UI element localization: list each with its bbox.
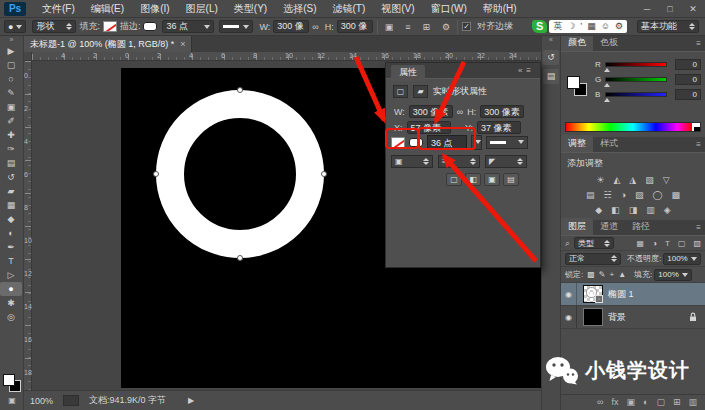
lock-option-icon[interactable]: + [610, 270, 615, 279]
ime-moon-icon[interactable]: ☽ [567, 20, 575, 33]
combine-shapes-button[interactable]: ▢ [446, 173, 462, 186]
tab-swatches[interactable]: 色板 [593, 34, 625, 51]
marquee-tool[interactable]: ▢ [0, 58, 22, 72]
channel-slider[interactable] [605, 77, 667, 82]
layer-style-icon[interactable]: fx [611, 397, 618, 407]
layer-group-icon[interactable]: ▢ [656, 397, 665, 407]
layer-filter-icon[interactable]: ▢ [678, 239, 686, 248]
live-rect-icon[interactable]: ▢ [393, 85, 408, 98]
panel-collapse-menu-icons[interactable]: «≡ [518, 66, 535, 75]
adjustment-layer-icon[interactable]: ◐ [643, 397, 648, 407]
blur-tool[interactable]: ◆ [0, 212, 22, 226]
close-button[interactable]: ✕ [686, 4, 700, 14]
crop-tool[interactable]: ▣ [0, 100, 22, 114]
lasso-tool[interactable]: ○ [0, 72, 22, 86]
new-layer-icon[interactable]: ⊞ [673, 397, 681, 407]
color-swatches[interactable] [3, 374, 21, 392]
shape-h-field[interactable]: 300 像素 [480, 105, 524, 118]
eye-icon[interactable]: ◉ [561, 306, 577, 328]
path-arrange-icon[interactable]: ⊞ [423, 22, 431, 32]
expand-dock-icon[interactable]: « [542, 36, 560, 46]
hand-tool[interactable]: ✱ [0, 296, 22, 310]
layer-thumbnail[interactable]: ◦ [583, 285, 603, 303]
adjustment-icon[interactable]: ▤ [586, 190, 595, 200]
history-brush-tool[interactable]: ↺ [0, 170, 22, 184]
color-spectrum-bar[interactable] [565, 122, 701, 132]
link-dimensions-icon[interactable]: ∞ [312, 22, 318, 32]
lock-option-icon[interactable]: ▩ [587, 270, 595, 279]
tab-styles[interactable]: 样式 [593, 135, 625, 152]
stroke-width-input[interactable]: 36 点 [162, 20, 214, 33]
tool-preset-picker[interactable]: ● [4, 20, 26, 33]
delete-layer-icon[interactable]: ▥ [688, 397, 697, 407]
path-selection-tool[interactable]: ▷ [0, 268, 22, 282]
adjustment-icon[interactable]: ☀ [596, 175, 604, 185]
foreground-color-swatch[interactable] [3, 374, 15, 386]
adjustment-icon[interactable]: ◆ [595, 205, 602, 215]
stroke-swatch[interactable] [409, 138, 423, 147]
stroke-type-select[interactable] [486, 136, 528, 149]
eraser-tool[interactable]: ▰ [0, 184, 22, 198]
adjustment-icon[interactable]: ▩ [672, 190, 681, 200]
collapse-toolbar-icon[interactable]: » [0, 36, 23, 44]
panel-menu-icon[interactable]: ≡ [696, 140, 701, 149]
quick-mask-button[interactable]: ▣ [1, 396, 23, 408]
ime-strip[interactable]: 英☽’▦☺⚙ [549, 20, 627, 33]
adjustment-icon[interactable]: ◭ [613, 175, 620, 185]
info-panel-icon[interactable]: ▤ [543, 69, 559, 84]
shape-height-input[interactable]: 300 像 [337, 20, 373, 33]
layer-row-background[interactable]: ◉ 背景 [561, 306, 705, 329]
menu-item-编辑[interactable]: 编辑(E) [83, 0, 132, 17]
path-align-icon[interactable]: ≡ [405, 22, 410, 32]
ime-user-icon[interactable]: ☺ [601, 20, 610, 33]
slider-thumb[interactable] [604, 98, 610, 102]
menu-item-窗口[interactable]: 窗口(W) [423, 0, 475, 17]
anchor-right[interactable] [321, 171, 327, 177]
history-panel-icon[interactable]: ↺ [543, 50, 559, 65]
tab-layers[interactable]: 图层 [561, 218, 593, 235]
blend-mode-select[interactable]: 正常 [565, 253, 621, 265]
opacity-field[interactable]: 100% [663, 253, 700, 265]
tab-paths[interactable]: 路径 [625, 218, 657, 235]
channel-value-field[interactable]: 0 [675, 89, 701, 100]
tool-mode-select[interactable]: 形状 [32, 20, 76, 33]
zoom-level-field[interactable]: 100% [30, 396, 53, 406]
dodge-tool[interactable]: ◐ [0, 226, 22, 240]
workspace-switcher[interactable]: 基本功能 [637, 20, 699, 33]
tab-color[interactable]: 颜色 [561, 34, 593, 51]
exclude-shape-button[interactable]: ▤ [503, 173, 519, 186]
adjustment-icon[interactable]: ▨ [635, 190, 644, 200]
adjustment-icon[interactable]: ◧ [611, 205, 620, 215]
stroke-align-select[interactable]: ▣ [391, 155, 433, 168]
eye-icon[interactable]: ◉ [561, 283, 577, 305]
gradient-tool[interactable]: ▦ [0, 198, 22, 212]
adjustment-icon[interactable]: ◮ [629, 175, 636, 185]
quick-selection-tool[interactable]: ✎ [0, 86, 22, 100]
shape-width-input[interactable]: 300 像 [273, 20, 309, 33]
minimize-button[interactable]: ─ [640, 4, 654, 14]
eyedropper-tool[interactable]: ✐ [0, 114, 22, 128]
stroke-corner-select[interactable]: ◤ [485, 155, 527, 168]
ime-wrench-icon[interactable]: ⚙ [615, 20, 623, 33]
menu-item-帮助[interactable]: 帮助(H) [475, 0, 525, 17]
menu-item-视图[interactable]: 视图(V) [373, 0, 422, 17]
adjustment-icon[interactable]: ◑ [621, 190, 626, 200]
menu-item-类型[interactable]: 类型(Y) [226, 0, 275, 17]
document-tab[interactable]: 未标题-1 @ 100% (椭圆 1, RGB/8) * × [24, 36, 192, 52]
menu-item-图像[interactable]: 图像(I) [132, 0, 177, 17]
adjustment-icon[interactable]: ☵ [603, 190, 611, 200]
channel-value-field[interactable]: 0 [675, 59, 701, 70]
adjustment-icon[interactable]: ◈ [664, 205, 671, 215]
stroke-cap-select[interactable]: ≡ [438, 155, 480, 168]
menu-item-图层[interactable]: 图层(L) [178, 0, 226, 17]
gear-icon[interactable]: ⚙ [442, 22, 450, 32]
brush-tool[interactable]: ✑ [0, 142, 22, 156]
channel-slider[interactable] [605, 92, 667, 97]
menu-item-选择[interactable]: 选择(S) [275, 0, 324, 17]
lock-option-icon[interactable]: ▲ [618, 270, 626, 279]
layer-filter-icon[interactable]: T [665, 239, 670, 248]
panel-foreground-swatch[interactable] [567, 76, 580, 89]
fill-swatch[interactable] [391, 137, 405, 148]
healing-brush-tool[interactable]: ✚ [0, 128, 22, 142]
ellipse-tool[interactable]: ● [0, 282, 22, 296]
